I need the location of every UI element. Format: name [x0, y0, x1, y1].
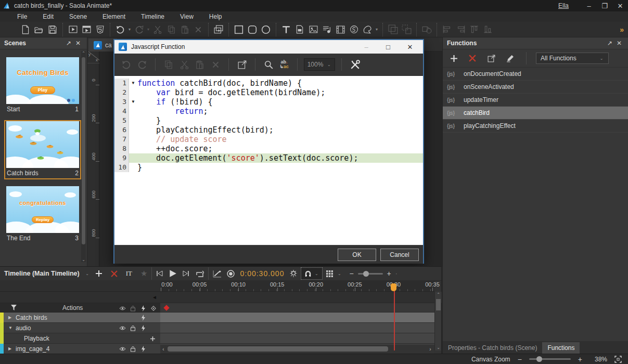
add-scene-icon[interactable] [212, 23, 225, 36]
track-bar-catch-birds[interactable] [160, 313, 434, 323]
code-undo-icon[interactable] [120, 58, 133, 71]
save-icon[interactable] [46, 23, 59, 36]
snap-toggle[interactable]: ⌄ [301, 267, 323, 280]
code-cut-icon[interactable] [177, 58, 191, 71]
keyframe-marker[interactable] [163, 305, 169, 310]
ungroup-icon[interactable] [400, 23, 413, 36]
tab-functions[interactable]: Functions [542, 342, 580, 354]
menu-scene[interactable]: Scene [61, 12, 95, 21]
undo-icon[interactable] [113, 23, 127, 36]
scene-thumbnail-catch-birds[interactable] [6, 121, 79, 168]
scenes-close-icon[interactable]: ✕ [73, 38, 83, 48]
search-icon[interactable] [262, 58, 275, 71]
scroll-up-icon[interactable]: ⌃ [436, 292, 441, 297]
eye-column-icon[interactable] [119, 305, 126, 312]
grid-options-icon[interactable] [326, 267, 334, 280]
code-line-1[interactable]: 1▼function catchBird(doc, birdName) { [114, 79, 423, 88]
functions-popout-icon[interactable]: ↗ [605, 38, 614, 48]
cut-icon[interactable] [151, 23, 164, 36]
user-account-link[interactable]: Ella [558, 2, 569, 9]
new-document-icon[interactable] [19, 23, 32, 36]
align-right-icon[interactable] [454, 23, 467, 36]
code-line-4[interactable]: 4 return; [114, 107, 423, 116]
scene-card-the-end[interactable]: congratulations Replay The End 3 [5, 186, 80, 243]
scroll-up-icon[interactable]: ⌃ [81, 51, 86, 56]
function-item-updateTimer[interactable]: {js}updateTimer [443, 94, 628, 107]
function-item-catchBird[interactable]: {js}catchBird [443, 107, 628, 120]
rename-timeline-icon[interactable]: IT [126, 267, 132, 280]
timeline-zoom-in-icon[interactable]: + [387, 269, 391, 278]
canvas-zoom-slider[interactable] [529, 358, 571, 360]
fold-toggle-icon[interactable]: ▼ [129, 97, 137, 107]
replace-icon[interactable]: ab. ↳ac [277, 58, 291, 71]
functions-close-icon[interactable]: ✕ [614, 38, 624, 48]
cancel-button[interactable]: Cancel [380, 249, 419, 261]
redo-icon[interactable] [132, 23, 146, 36]
playhead-marker[interactable] [391, 283, 396, 291]
convert-to-symbol-icon[interactable] [420, 23, 433, 36]
preview-scene-icon[interactable] [66, 23, 80, 36]
track-playback[interactable]: Playback [0, 333, 160, 344]
freeform-tool-icon[interactable] [361, 23, 374, 36]
bolt-icon[interactable] [139, 324, 147, 332]
open-project-icon[interactable] [32, 23, 46, 36]
document-tab[interactable]: ca [88, 38, 117, 51]
rounded-rectangle-tool-icon[interactable] [246, 23, 259, 36]
align-left-icon[interactable] [440, 23, 454, 36]
timeline-zoom-out-icon[interactable]: − [349, 269, 353, 278]
actions-track-bar[interactable] [160, 303, 434, 313]
code-editor[interactable]: 1▼function catchBird(doc, birdName) {2 v… [114, 76, 423, 245]
expand-track-icon[interactable]: ▶ [8, 315, 11, 320]
collapse-columns-icon[interactable]: ◄ [152, 294, 157, 300]
favorite-star-icon[interactable]: ★ [140, 267, 147, 280]
code-line-5[interactable]: 5 } [114, 116, 423, 125]
align-top-icon[interactable] [467, 23, 481, 36]
add-timeline-icon[interactable] [95, 267, 102, 280]
code-copy-icon[interactable] [162, 58, 175, 71]
add-function-icon[interactable] [447, 52, 460, 64]
collapse-track-icon[interactable]: ▼ [8, 326, 12, 330]
text-tool-icon[interactable] [279, 23, 293, 36]
filter-tracks-icon[interactable] [10, 302, 17, 314]
code-redo-icon[interactable] [135, 58, 149, 71]
restore-button[interactable]: ❐ [597, 0, 612, 11]
canvas-zoom-in-icon[interactable]: + [578, 355, 582, 363]
group-icon[interactable] [386, 23, 400, 36]
code-line-8[interactable]: 8 ++doc.score; [114, 144, 423, 153]
auto-keyframe-icon[interactable] [213, 267, 222, 280]
timeline-vertical-scrollbar[interactable]: ⌃ ⌄ [434, 292, 441, 350]
code-line-6[interactable]: 6 playCatchingEffect(bird); [114, 125, 423, 135]
function-item-playCatchingEffect[interactable]: {js}playCatchingEffect [443, 120, 628, 133]
track-audio[interactable]: ▼audio [0, 323, 160, 333]
function-item-onSceneActivated[interactable]: {js}onSceneActivated [443, 81, 628, 94]
dialog-minimize-icon[interactable]: – [357, 41, 375, 53]
bolt-icon[interactable] [139, 345, 147, 353]
scroll-down-icon[interactable]: ⌄ [436, 345, 441, 350]
menu-edit[interactable]: Edit [35, 12, 61, 21]
ok-button[interactable]: OK [338, 249, 376, 261]
scene-card-start[interactable]: Catching Birds Play Start 1 [5, 57, 80, 114]
ellipse-tool-icon[interactable] [259, 23, 273, 36]
lock-column-icon[interactable] [129, 305, 136, 312]
timeline-dropdown-icon[interactable]: ⌄ [85, 271, 90, 276]
code-delete-icon[interactable] [209, 58, 222, 71]
menu-help[interactable]: Help [201, 12, 230, 21]
code-line-3[interactable]: 3▼ if (!bird) { [114, 97, 423, 107]
code-paste-icon[interactable] [193, 58, 207, 71]
menu-file[interactable]: File [9, 12, 35, 21]
timeline-zoom-slider[interactable] [358, 273, 383, 275]
open-in-editor-icon[interactable] [235, 58, 249, 71]
menu-timeline[interactable]: Timeline [133, 12, 172, 21]
minimize-button[interactable]: – [581, 0, 597, 11]
bolt-column-icon[interactable] [139, 305, 147, 312]
code-zoom-dropdown[interactable]: 100% ⌄ [304, 58, 335, 71]
keyframe-column-icon[interactable] [150, 305, 157, 312]
preview-project-icon[interactable] [80, 23, 93, 36]
canvas-zoom-out-icon[interactable]: − [518, 355, 522, 363]
html5-export-icon[interactable] [93, 23, 107, 36]
scene-card-catch-birds[interactable]: Catch birds 2 [5, 121, 80, 178]
function-filter-dropdown[interactable]: All Functions ⌄ [536, 53, 609, 64]
play-icon[interactable] [169, 267, 177, 280]
highlight-bulb-icon[interactable] [289, 267, 298, 280]
dialog-close-icon[interactable]: ✕ [401, 41, 419, 53]
